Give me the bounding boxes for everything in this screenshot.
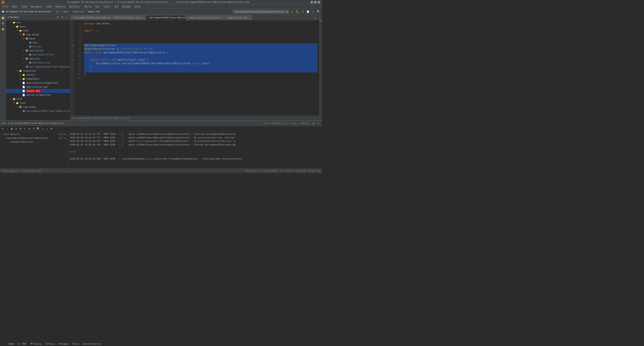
- rerun-button[interactable]: ▶: [1, 127, 5, 131]
- prev-fail-icon[interactable]: ↑: [41, 127, 45, 131]
- stop-button[interactable]: ■: [10, 127, 14, 131]
- arrow-gutter-icon[interactable]: ▶: [72, 51, 73, 54]
- breadcrumb-main[interactable]: main: [64, 10, 69, 13]
- menu-item-analyze[interactable]: Analyze: [54, 5, 67, 8]
- breadcrumb-src[interactable]: src: [56, 10, 60, 13]
- sort-icon[interactable]: ↕: [23, 127, 27, 131]
- sync-icon[interactable]: ⟳: [56, 15, 60, 19]
- tab-app-yml[interactable]: ⚙ application.yml ×: [224, 15, 252, 20]
- tab-more-icon[interactable]: ≫: [313, 16, 317, 20]
- project-panel: ≡ Project ⟳ ⚙ ─ ▼ 📁 src ▼ 📁 main: [6, 14, 70, 120]
- run-check-icon[interactable]: ✓: [5, 127, 9, 131]
- favorites-icon[interactable]: ⭐: [0, 26, 6, 32]
- tree-src[interactable]: ▼ 📁 src: [6, 20, 70, 24]
- run-gutter-icon-2[interactable]: ▶: [72, 59, 73, 61]
- code-line-8: @ImportResource(value ={"classpath:beans…: [84, 47, 318, 51]
- log-line-4: 2020-02-04 13:52:40.976 INFO 6296 --- [ …: [70, 143, 320, 147]
- console-output[interactable]: 2020-02-04 13:52:37.771 INFO 6296 --- [ …: [68, 132, 322, 169]
- tree-beans-xml[interactable]: 📄 beans.xml: [6, 89, 70, 93]
- project-icon[interactable]: 📁: [0, 15, 6, 20]
- tab-tests[interactable]: J Springboot01HelloworldQuickstartApplic…: [70, 15, 111, 20]
- test-class-item[interactable]: ✓ Springboot01HelloworldQuicksta… 529 ms: [0, 136, 68, 140]
- menu-item-window[interactable]: Window: [120, 5, 132, 8]
- test-method-item[interactable]: ✓ testHelloService(): [0, 140, 68, 144]
- toolbar-btn-2[interactable]: ↺: [311, 10, 315, 14]
- gear-icon[interactable]: ⚙: [60, 15, 64, 19]
- tree-controller[interactable]: ▼ 📦 Controller: [6, 49, 70, 53]
- toolbar-btn-1[interactable]: 📋: [306, 10, 310, 14]
- menu-item-run[interactable]: Run: [94, 5, 102, 8]
- minimize-icon[interactable]: ─: [316, 121, 320, 125]
- check-icon[interactable]: ✓: [317, 16, 321, 20]
- maximize-btn[interactable]: [314, 1, 317, 3]
- editor-gutter: ▶ ▶ ▶ ▶: [70, 20, 74, 116]
- editor-status-breadcrumb: Springboot01HelloworldQuickstartApplicat…: [70, 116, 322, 120]
- menu-item-edit[interactable]: Edit: [10, 5, 19, 8]
- tab-close-props[interactable]: ×: [220, 16, 222, 19]
- code-line-11: public static void main(String[] args) {: [84, 58, 318, 61]
- breadcrumb-file[interactable]: beans.xml: [88, 10, 100, 13]
- search-bottom-icon[interactable]: 🔍: [36, 127, 40, 131]
- tab-hello-controller[interactable]: J HelloController.java ×: [111, 15, 146, 20]
- project-name[interactable]: springboot-01-helloworld-quickstart: [5, 10, 52, 13]
- tree-java[interactable]: ▼ 📁 java: [6, 28, 70, 32]
- tree-test-com[interactable]: ▼ 📦 com.achao: [6, 105, 70, 109]
- debug-button[interactable]: 🐛: [296, 10, 300, 14]
- tree-app-yml[interactable]: 📄 application.yml: [6, 85, 70, 89]
- arrow-gutter-icon-2[interactable]: ▶: [72, 66, 73, 68]
- run-gutter-icon[interactable]: ▶: [72, 44, 73, 46]
- tab-main-app[interactable]: J Springboot01HelloworldQuickstartApplic…: [146, 15, 186, 20]
- tab-close-yml[interactable]: ×: [248, 16, 250, 19]
- tree-hellocontroller[interactable]: 🅒 HelloController: [6, 53, 70, 57]
- menu-item-tools[interactable]: Tools: [102, 5, 112, 8]
- next-fail-icon[interactable]: ↓: [45, 127, 49, 131]
- tree-bean[interactable]: ▼ 📦 bean: [6, 37, 70, 41]
- minimize-panel-icon[interactable]: ─: [64, 15, 69, 19]
- tree-app-props[interactable]: 📄 application.properties: [6, 81, 70, 85]
- tree-main-class[interactable]: 🅒 Springboot01HelloworldQuicksta…: [6, 65, 70, 69]
- tree-test[interactable]: ▼ 📁 test: [6, 97, 70, 101]
- tree-service[interactable]: ▼ 📦 Service: [6, 57, 70, 61]
- tree-person[interactable]: 🅒 Person: [6, 45, 70, 49]
- tree-dog[interactable]: 🅒 Dog: [6, 41, 70, 45]
- breadcrumb-resources[interactable]: resources: [72, 10, 84, 13]
- code-editor[interactable]: package com.achao; import ...; @SpringBo…: [82, 20, 319, 116]
- more-run-options[interactable]: ⚙: [301, 10, 305, 14]
- tree-static[interactable]: ▶ 📁 static: [6, 73, 70, 77]
- structure-icon[interactable]: 🏗: [0, 21, 6, 26]
- test-results-item[interactable]: ✓ Test Results 529 ms: [0, 132, 68, 136]
- filter-icon[interactable]: ⊞: [18, 127, 22, 131]
- menu-item-vcs[interactable]: VCS: [113, 5, 120, 8]
- menu-item-file[interactable]: File: [1, 5, 10, 8]
- menu-item-code[interactable]: Code: [44, 5, 54, 8]
- menu-item-refactor[interactable]: Refactor: [68, 5, 82, 8]
- java-class-icon: 🅒: [22, 109, 25, 113]
- menu-item-build[interactable]: Build: [83, 5, 94, 8]
- menu-item-view[interactable]: View: [20, 5, 29, 8]
- bottom-panel: Run: ▶ Springboot01HelloworldQuickstartA…: [0, 120, 322, 169]
- tab-app-props[interactable]: ⚙ application.properties ×: [186, 15, 224, 20]
- reload-icon[interactable]: ↺: [14, 127, 18, 131]
- toolbar-btn-3[interactable]: 🔍: [316, 10, 320, 14]
- close-btn[interactable]: [318, 1, 320, 3]
- tree-com-achao[interactable]: ▼ 📦 com.achao: [6, 32, 70, 37]
- close-run-icon[interactable]: ×: [66, 122, 68, 124]
- menu-item-help[interactable]: Help: [133, 5, 142, 8]
- vcs-icon[interactable]: ⑂: [0, 32, 6, 37]
- collapse-icon[interactable]: ⊖: [32, 127, 36, 131]
- tree-test-java[interactable]: ▼ 📁 java: [6, 101, 70, 105]
- run-config-select[interactable]: Springboot01HelloworldQuickstartApplicat…: [233, 10, 289, 13]
- tab-close-hello[interactable]: ×: [142, 16, 144, 19]
- expand-icon[interactable]: ⊕: [27, 127, 32, 131]
- settings-icon[interactable]: ⚙: [312, 121, 316, 125]
- run-button[interactable]: ▶: [290, 10, 294, 14]
- tree-templates[interactable]: ▶ 📁 templates: [6, 77, 70, 81]
- tree-person-props[interactable]: 📄 person.properties: [6, 93, 70, 97]
- minimize-btn[interactable]: [310, 1, 313, 3]
- menu-item-navigate[interactable]: Navigate: [29, 5, 44, 8]
- tree-helloservice[interactable]: 🅒 HelloService: [6, 61, 70, 65]
- more-options-icon[interactable]: ≫: [50, 127, 54, 131]
- tree-main[interactable]: ▼ 📁 main: [6, 24, 70, 28]
- tree-test-class[interactable]: 🅒 Springboot01HelloworldQuicksta…: [6, 109, 70, 113]
- tree-resources[interactable]: ▼ 📁 resources: [6, 69, 70, 73]
